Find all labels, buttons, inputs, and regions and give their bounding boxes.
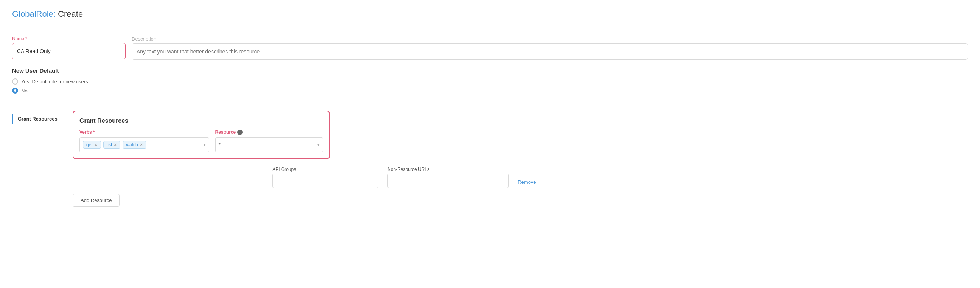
non-resource-urls-label: Non-Resource URLs xyxy=(387,167,509,172)
non-resource-urls-field: Non-Resource URLs xyxy=(387,167,509,188)
verbs-label: Verbs * xyxy=(80,130,209,135)
grant-fields-row: Verbs * get ✕ list ✕ watch ✕ xyxy=(80,130,323,152)
add-resource-area: Add Resource xyxy=(73,192,968,206)
grant-sidebar: Grant Resources xyxy=(12,110,73,206)
verb-get-remove[interactable]: ✕ xyxy=(94,142,98,147)
verb-watch-text: watch xyxy=(126,142,138,147)
name-label: Name * xyxy=(12,36,126,41)
api-groups-field: API Groups xyxy=(272,167,379,188)
description-field-group: Description xyxy=(132,36,968,60)
resource-dropdown-arrow[interactable]: ▾ xyxy=(317,142,320,147)
extra-fields-row: API Groups Non-Resource URLs Remove xyxy=(272,167,968,188)
new-user-default-group: Yes: Default role for new users No xyxy=(12,78,968,94)
verb-watch-remove[interactable]: ✕ xyxy=(140,142,143,147)
radio-no[interactable]: No xyxy=(12,88,968,94)
mid-divider xyxy=(12,103,968,103)
grant-section-layout: Grant Resources Grant Resources Verbs * … xyxy=(12,110,968,206)
radio-no-circle xyxy=(12,88,18,94)
resource-info-icon: i xyxy=(237,130,243,135)
grant-resource-card: Grant Resources Verbs * get ✕ list ✕ xyxy=(73,110,330,159)
resource-value: * xyxy=(219,142,317,148)
page-title: GlobalRole: Create xyxy=(12,9,968,19)
radio-yes-circle xyxy=(12,78,18,85)
description-input[interactable] xyxy=(132,43,968,60)
verbs-field: Verbs * get ✕ list ✕ watch ✕ xyxy=(80,130,209,152)
verb-get-text: get xyxy=(86,142,93,147)
add-resource-button[interactable]: Add Resource xyxy=(73,194,119,206)
resource-label: Resource i xyxy=(215,130,323,135)
resource-field: Resource i * ▾ xyxy=(215,130,323,152)
description-label: Description xyxy=(132,36,968,42)
verb-tag-get: get ✕ xyxy=(83,141,101,149)
verb-tag-list: list ✕ xyxy=(103,141,121,149)
top-divider xyxy=(12,28,968,29)
resource-select-container[interactable]: * ▾ xyxy=(215,137,323,152)
radio-no-label: No xyxy=(21,88,28,94)
remove-button[interactable]: Remove xyxy=(518,179,536,188)
verb-list-text: list xyxy=(107,142,112,147)
verbs-input-container[interactable]: get ✕ list ✕ watch ✕ ▾ xyxy=(80,137,209,152)
form-row: Name * Description xyxy=(12,36,968,60)
api-groups-input[interactable] xyxy=(272,174,379,188)
new-user-default-label: New User Default xyxy=(12,67,968,74)
radio-yes-label: Yes: Default role for new users xyxy=(21,79,88,85)
api-groups-label: API Groups xyxy=(272,167,379,172)
extra-fields-row-outer: API Groups Non-Resource URLs Remove xyxy=(73,164,968,188)
name-input[interactable] xyxy=(12,43,126,59)
grant-card-title: Grant Resources xyxy=(80,117,323,124)
verb-tag-watch: watch ✕ xyxy=(123,141,146,149)
verb-list-remove[interactable]: ✕ xyxy=(113,142,117,147)
non-resource-urls-input[interactable] xyxy=(387,174,509,188)
grant-main: Grant Resources Verbs * get ✕ list ✕ xyxy=(73,110,968,206)
name-field-group: Name * xyxy=(12,36,126,59)
radio-yes[interactable]: Yes: Default role for new users xyxy=(12,78,968,85)
verbs-dropdown-arrow[interactable]: ▾ xyxy=(204,142,206,147)
sidebar-item-grant-resources: Grant Resources xyxy=(12,114,73,124)
